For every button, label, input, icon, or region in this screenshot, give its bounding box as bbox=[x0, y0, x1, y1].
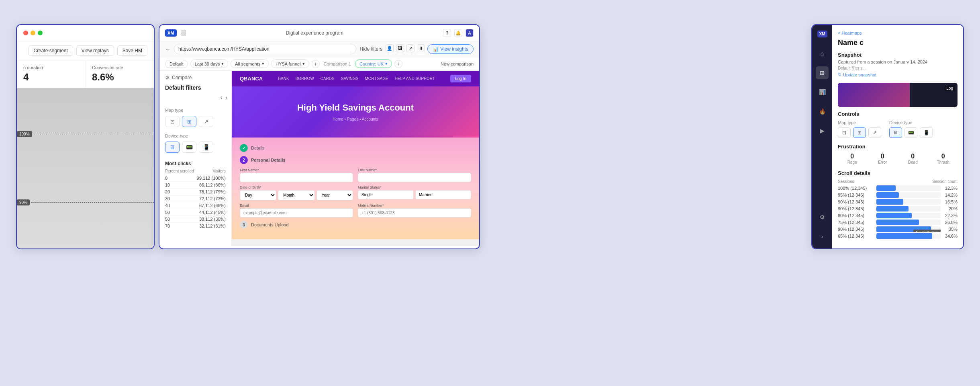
dob-month-select[interactable]: Month bbox=[278, 190, 314, 200]
site-hero: High Yield Savings Account Home • Pages … bbox=[232, 86, 479, 138]
browser-icons: ? 🔔 A bbox=[443, 29, 474, 37]
image-icon[interactable]: 🖼 bbox=[396, 44, 404, 52]
close-dot bbox=[23, 31, 28, 35]
click-map-button[interactable]: ⊡ bbox=[165, 116, 180, 127]
nav-chart-icon[interactable]: 📊 bbox=[816, 86, 829, 99]
hysa-funnel-tag[interactable]: HYSA funnel ▾ bbox=[271, 60, 309, 68]
dob-group: Date of Birth* Day Month Year bbox=[240, 185, 353, 200]
step-2-label: Personal Details bbox=[251, 158, 286, 162]
session-label: 75% (12,345) bbox=[838, 220, 874, 225]
session-bar-wrap bbox=[876, 185, 941, 191]
all-segments-tag[interactable]: All segments ▾ bbox=[231, 60, 269, 68]
users-icon[interactable]: 👤 bbox=[386, 44, 394, 52]
tablet-button[interactable]: 📟 bbox=[182, 142, 196, 153]
ctrl-move-btn[interactable]: ↗ bbox=[868, 127, 881, 138]
back-arrow-icon[interactable]: ← bbox=[165, 46, 171, 52]
nav-settings-icon[interactable]: ⚙ bbox=[816, 211, 829, 224]
scroll-table: Most clicks Percent scrolled Visitors 09… bbox=[159, 157, 231, 233]
mobile-button[interactable]: 📱 bbox=[199, 142, 213, 153]
ctrl-mobile-btn[interactable]: 📱 bbox=[920, 127, 933, 138]
move-map-button[interactable]: ↗ bbox=[199, 116, 213, 127]
nav-grid-icon[interactable]: ⊞ bbox=[816, 66, 829, 79]
left-panel: Create segment View replays Save HM n du… bbox=[16, 24, 155, 249]
nav-bank[interactable]: BANK bbox=[278, 76, 289, 81]
nav-replay-icon[interactable]: ▶ bbox=[816, 124, 829, 137]
session-bar-wrap bbox=[876, 206, 941, 211]
ctrl-scroll-btn[interactable]: ⊞ bbox=[853, 127, 866, 138]
hamburger-icon[interactable]: ☰ bbox=[181, 29, 186, 37]
nav-cards[interactable]: CARDS bbox=[321, 76, 335, 81]
main-preview: QBANCA BANK BORROW CARDS SAVINGS MORTGAG… bbox=[232, 71, 479, 246]
view-replays-button[interactable]: View replays bbox=[76, 45, 114, 56]
conversion-value: 8.6% bbox=[92, 72, 147, 83]
nav-heatmap-icon[interactable]: 🔥 bbox=[816, 105, 829, 118]
desktop-button[interactable]: 🖥 bbox=[165, 142, 180, 153]
last-30-days-label: Last 30 days bbox=[195, 62, 220, 66]
marital-single-input[interactable] bbox=[358, 190, 414, 199]
bell-icon[interactable]: 🔔 bbox=[454, 29, 462, 37]
hide-filters-button[interactable]: Hide filters bbox=[359, 46, 382, 52]
visitors-cell: 38,112 (39%) bbox=[199, 217, 226, 222]
create-segment-button[interactable]: Create segment bbox=[28, 45, 73, 56]
view-insights-button[interactable]: 📊 View insights bbox=[427, 44, 474, 54]
mobile-input[interactable] bbox=[358, 208, 471, 218]
nav-help[interactable]: HELP AND SUPPORT bbox=[395, 76, 435, 81]
default-filter-tag[interactable]: Default bbox=[165, 60, 188, 68]
frustration-section: Frustration 0Rage0Error0Dead0Thrash bbox=[838, 144, 958, 164]
ctrl-desktop-btn[interactable]: 🖥 bbox=[889, 127, 902, 138]
last-30-days-tag[interactable]: Last 30 days ▾ bbox=[190, 60, 228, 68]
frustration-value: 0 bbox=[898, 153, 927, 160]
nav-home-icon[interactable]: ⌂ bbox=[816, 47, 829, 60]
sidebar-section-title: Default filters bbox=[159, 83, 231, 94]
heatmap-overlay bbox=[17, 88, 154, 249]
ctrl-click-btn[interactable]: ⊡ bbox=[838, 127, 851, 138]
comparison-separator: Comparison 1 bbox=[324, 62, 351, 66]
left-toolbar: Create segment View replays Save HM bbox=[17, 41, 154, 60]
back-heatmaps-link[interactable]: < Heatmaps bbox=[838, 31, 958, 35]
frustration-item: 0Thrash bbox=[929, 153, 958, 164]
session-pct: 14.2% bbox=[943, 193, 958, 197]
most-clicks-title: Most clicks bbox=[165, 161, 226, 166]
scroll-rows-container: 099,112 (100%)1086,112 (86%)2078,112 (79… bbox=[165, 175, 226, 229]
session-pct: 34.6% bbox=[943, 234, 958, 238]
site-login-button[interactable]: Log In bbox=[450, 75, 471, 82]
scroll-map-button[interactable]: ⊞ bbox=[182, 116, 196, 127]
ctrl-tablet-btn[interactable]: 📟 bbox=[904, 127, 917, 138]
pct-cell: 40 bbox=[165, 203, 170, 208]
left-metrics: n duration 4 Conversion rate 8.6% bbox=[17, 60, 154, 88]
share-icon[interactable]: ↗ bbox=[406, 44, 414, 52]
new-comparison-button[interactable]: New comparison bbox=[441, 62, 474, 66]
add-filter-button[interactable]: + bbox=[312, 60, 320, 68]
session-count-label: Session count bbox=[932, 179, 958, 184]
help-icon[interactable]: ? bbox=[443, 29, 451, 37]
session-bar-wrap bbox=[876, 233, 941, 239]
chevron-down-icon-2: ▾ bbox=[262, 61, 264, 66]
nav-expand-icon[interactable]: › bbox=[816, 230, 829, 243]
first-name-input[interactable] bbox=[240, 173, 353, 182]
download-icon[interactable]: ⬇ bbox=[417, 44, 425, 52]
nav-savings[interactable]: SAVINGS bbox=[341, 76, 359, 81]
last-name-input[interactable] bbox=[358, 173, 471, 182]
nav-prev-icon[interactable]: ‹ bbox=[220, 94, 223, 101]
nav-next-icon[interactable]: › bbox=[225, 94, 227, 101]
view-insights-label: View insights bbox=[440, 46, 468, 52]
country-uk-tag[interactable]: Country: UK ▾ bbox=[355, 60, 392, 68]
compare-label: Compare bbox=[172, 75, 192, 80]
user-avatar[interactable]: A bbox=[466, 29, 474, 37]
nav-mortgage[interactable]: MORTGAGE bbox=[365, 76, 388, 81]
nav-borrow[interactable]: BORROW bbox=[296, 76, 314, 81]
dob-year-select[interactable]: Year bbox=[316, 190, 353, 200]
session-bar bbox=[876, 220, 919, 225]
visitors-cell: 99,112 (100%) bbox=[197, 176, 226, 181]
map-type-buttons: ⊡ ⊞ ↗ bbox=[838, 127, 881, 138]
save-hm-button[interactable]: Save HM bbox=[117, 45, 147, 56]
dob-day-select[interactable]: Day bbox=[240, 190, 276, 200]
session-bar-wrap bbox=[876, 213, 941, 218]
email-input[interactable] bbox=[240, 208, 353, 218]
url-input[interactable] bbox=[174, 44, 356, 54]
hysa-funnel-label: HYSA funnel bbox=[276, 62, 300, 66]
marital-married-input[interactable] bbox=[415, 190, 471, 199]
step-2-circle: 2 bbox=[240, 156, 248, 164]
update-snapshot-button[interactable]: ↻ Update snapshot bbox=[838, 72, 958, 77]
add-comparison-button[interactable]: + bbox=[394, 60, 402, 68]
